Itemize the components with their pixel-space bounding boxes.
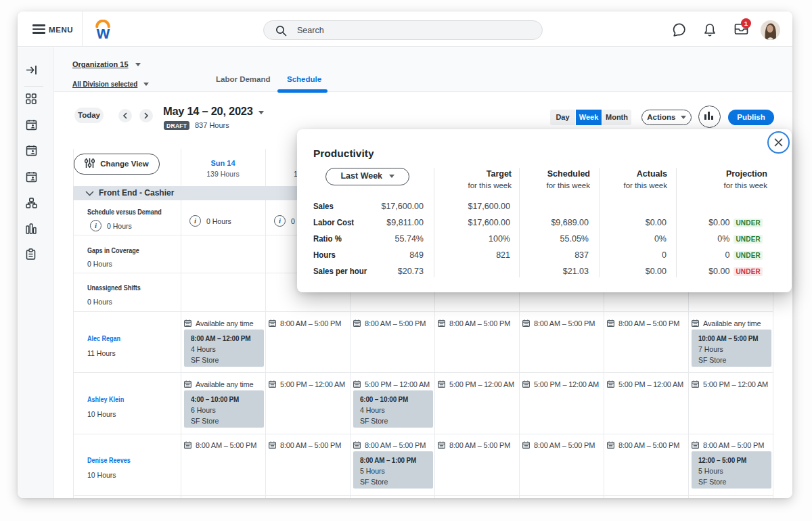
svg-text:w: w (96, 23, 110, 40)
